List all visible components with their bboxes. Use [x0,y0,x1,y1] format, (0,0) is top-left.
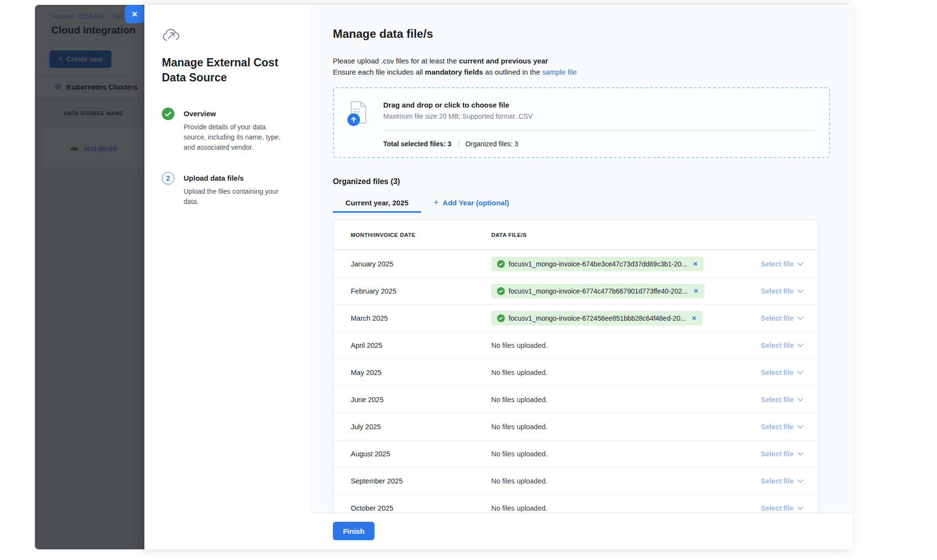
select-file-dropdown[interactable]: Select file [761,396,803,404]
select-file-dropdown[interactable]: Select file [761,369,803,376]
instr2-bold: mandatory fields [425,68,483,76]
step-overview[interactable]: Overview Provide details of your data so… [162,108,297,153]
select-file-dropdown[interactable]: Select file [761,314,803,322]
table-row: February 2025 focusv1_mongo-invoice-6774… [333,277,818,304]
check-icon [497,260,505,268]
step-overview-title: Overview [184,108,288,118]
organized-files-count: Organized files: 3 [466,140,518,148]
plus-icon: + [434,198,439,207]
uploaded-file-chip[interactable]: focusv1_mongo-invoice-674be3ce47c73d37dd… [491,257,703,271]
wizard-panel: Manage External Cost Data Source Overvie… [144,5,311,549]
total-selected-files: Total selected files: 3 [383,140,452,148]
file-cell: No files uploaded. [491,369,761,376]
chevron-down-icon [797,425,803,429]
background-app: Account: CCM-NG › Set Cloud Integration … [35,5,144,549]
file-cell: No files uploaded. [491,477,761,485]
step-2-number-badge: 2 [162,172,174,185]
modal-overlay [35,5,144,549]
dropzone-text: Drag and drop or click to choose file Ma… [383,101,815,120]
select-file-label: Select file [761,423,794,431]
file-cell: No files uploaded. [491,342,761,349]
upload-arrow-badge-icon [347,113,360,126]
month-label: September 2025 [351,477,491,485]
table-row: July 2025 No files uploaded. Select file [333,413,818,440]
drawer-title: Manage External Cost Data Source [162,55,297,85]
select-file-label: Select file [761,287,794,295]
select-file-label: Select file [761,396,794,404]
chevron-down-icon [797,316,803,320]
table-row: May 2025 No files uploaded. Select file [333,358,818,386]
select-file-dropdown[interactable]: Select file [761,450,803,458]
close-drawer-button[interactable]: ✕ [125,5,144,23]
chevron-down-icon [797,452,803,456]
select-file-label: Select file [761,314,794,322]
file-name: focusv1_mongo-invoice-6774c477b667901d77… [509,287,687,295]
year-tabs: Current year, 2025 + Add Year (optional) [333,194,830,213]
month-label: January 2025 [351,260,491,268]
select-file-dropdown[interactable]: Select file [761,504,803,512]
uploaded-file-chip[interactable]: focusv1_mongo-invoice-672456ee851bbb28c6… [491,311,703,326]
column-header-data-files: DATA FILE/S [491,232,803,238]
table-header-row: MONTH/INVOICE DATE DATA FILE/S [333,220,818,250]
chevron-down-icon [797,262,803,266]
cloud-export-icon [162,27,297,43]
table-row: June 2025 No files uploaded. Select file [333,386,818,413]
select-file-dropdown[interactable]: Select file [761,287,803,295]
select-file-dropdown[interactable]: Select file [761,260,803,268]
file-dropzone[interactable]: Drag and drop or click to choose file Ma… [333,87,830,158]
table-row: August 2025 No files uploaded. Select fi… [333,440,818,467]
month-label: March 2025 [351,314,491,322]
step-complete-check-icon [162,108,174,120]
finish-button[interactable]: Finish [333,522,375,540]
remove-file-icon[interactable]: ✕ [693,261,698,267]
instr1-text: Please upload .csv files for at least th… [333,57,459,65]
drawer-scroll-area[interactable]: Manage data file/s Please upload .csv fi… [311,5,853,513]
instr2-mid: as outlined in the [483,68,542,76]
file-cell: focusv1_mongo-invoice-674be3ce47c73d37dd… [491,257,761,271]
check-icon [497,287,505,295]
file-name: focusv1_mongo-invoice-674be3ce47c73d37dd… [509,260,687,268]
instr1-bold: current and previous year [459,57,548,65]
file-cell: focusv1_mongo-invoice-672456ee851bbb28c6… [491,311,761,326]
tab-current-year[interactable]: Current year, 2025 [333,194,421,213]
select-file-dropdown[interactable]: Select file [761,423,803,431]
select-file-label: Select file [761,369,794,376]
chevron-down-icon [797,506,803,510]
no-files-text: No files uploaded. [491,396,547,404]
sample-file-link[interactable]: sample file [542,68,577,76]
select-file-dropdown[interactable]: Select file [761,342,803,349]
close-icon: ✕ [131,10,138,19]
table-row: January 2025 focusv1_mongo-invoice-674be… [333,250,818,277]
select-file-label: Select file [761,477,794,485]
select-file-label: Select file [761,342,794,349]
step-upload-data[interactable]: 2 Upload data file/s Upload the files co… [162,172,297,207]
dropzone-file-counts: Total selected files: 3 Organized files:… [383,140,815,148]
file-cell: focusv1_mongo-invoice-6774c477b667901d77… [491,284,761,298]
month-label: July 2025 [351,423,491,431]
remove-file-icon[interactable]: ✕ [693,288,698,295]
dropzone-subtitle: Maximum file size 20 MB; Supported forma… [383,112,815,120]
organized-files-card: MONTH/INVOICE DATE DATA FILE/S January 2… [333,219,818,513]
check-icon [497,314,505,322]
main-title: Manage data file/s [333,27,830,41]
uploaded-file-chip[interactable]: focusv1_mongo-invoice-6774c477b667901d77… [491,284,704,298]
upload-file-icon [349,101,372,125]
no-files-text: No files uploaded. [491,504,547,512]
month-label: May 2025 [351,369,491,376]
remove-file-icon[interactable]: ✕ [692,315,697,322]
select-file-dropdown[interactable]: Select file [761,477,803,485]
no-files-text: No files uploaded. [491,369,547,376]
step-overview-desc: Provide details of your data source, inc… [184,122,288,153]
select-file-label: Select file [761,504,794,512]
tab-add-year[interactable]: + Add Year (optional) [421,194,522,213]
month-label: April 2025 [351,342,491,349]
count-separator [458,140,459,148]
table-row: March 2025 focusv1_mongo-invoice-672456e… [333,304,818,331]
chevron-down-icon [797,371,803,374]
file-cell: No files uploaded. [491,450,761,458]
chevron-down-icon [797,398,803,402]
month-label: August 2025 [351,450,491,458]
manage-data-source-drawer: Manage External Cost Data Source Overvie… [144,5,853,549]
table-row: April 2025 No files uploaded. Select fil… [333,331,818,358]
add-year-label: Add Year (optional) [443,199,509,207]
